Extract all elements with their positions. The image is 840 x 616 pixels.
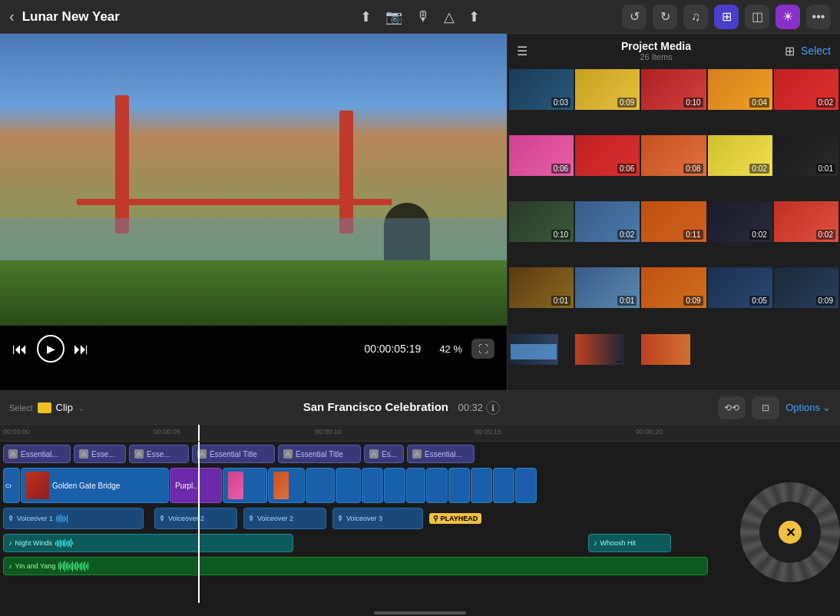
dial-close-button[interactable]: ✕ — [779, 521, 802, 544]
title-clip[interactable]: A Essential Title — [278, 445, 361, 463]
media-thumb[interactable]: 0:05 — [708, 267, 772, 308]
water-area — [0, 218, 507, 264]
undo-button[interactable]: ↺ — [622, 5, 647, 29]
media-select-button[interactable]: Select — [801, 45, 831, 57]
info-button[interactable]: ℹ — [486, 401, 500, 415]
title-clip[interactable]: A Esse... — [74, 445, 126, 463]
media-thumb[interactable]: 0:10 — [641, 69, 706, 110]
video-clip-golden-gate[interactable]: Golden Gate Bridge — [21, 468, 169, 503]
color-button[interactable]: ☀ — [776, 5, 800, 29]
video-clip[interactable] — [223, 468, 267, 503]
split-audio-button[interactable]: ⟲⟲ — [718, 396, 746, 419]
video-clip[interactable]: Purpl... — [170, 468, 222, 503]
voiceover-clip[interactable]: 🎙 Voiceover 2 — [154, 508, 237, 529]
video-clip[interactable] — [493, 468, 514, 503]
media-thumb[interactable]: 0:02 — [708, 135, 772, 176]
media-thumb[interactable]: 0:06 — [575, 135, 640, 176]
video-clip[interactable]: Cr — [3, 468, 20, 503]
pip-button[interactable]: ◫ — [745, 5, 769, 29]
media-thumb[interactable]: 0:09 — [774, 267, 838, 308]
mic-icon[interactable]: 🎙 — [416, 8, 430, 25]
project-title: Lunar New Year — [22, 9, 120, 25]
play-button[interactable]: ▶ — [37, 335, 64, 363]
media-header-center: Project Media 26 Items — [534, 40, 779, 61]
redo-button[interactable]: ↻ — [653, 5, 677, 29]
media-thumb[interactable]: 0:06 — [509, 135, 574, 176]
camera-icon[interactable]: 📷 — [385, 8, 402, 25]
thumb-duration: 0:09 — [816, 296, 835, 306]
title-icon: A — [369, 449, 379, 459]
media-thumb[interactable]: 0:02 — [708, 201, 772, 242]
video-clip[interactable] — [406, 468, 425, 503]
video-clip[interactable] — [515, 468, 537, 503]
media-thumb[interactable]: 0:03 — [509, 69, 574, 110]
video-clip[interactable] — [306, 468, 335, 503]
clip-thumbnail — [228, 472, 243, 499]
audio-button[interactable]: ♫ — [683, 5, 708, 29]
media-thumb[interactable]: 0:01 — [575, 267, 640, 308]
video-clip[interactable] — [426, 468, 448, 503]
rewind-button[interactable]: ⏮ — [12, 340, 28, 358]
media-thumb[interactable]: 0:01 — [509, 267, 574, 308]
grid-view-button[interactable]: ⊞ — [785, 44, 795, 58]
media-thumb[interactable]: 0:11 — [641, 201, 706, 242]
voiceover-clip[interactable]: 🎙 Voiceover 1 — [3, 508, 144, 529]
video-clip[interactable] — [471, 468, 492, 503]
more-button[interactable]: ••• — [806, 5, 831, 29]
thumb-duration: 0:11 — [683, 230, 703, 240]
bg-audio-clip[interactable]: ♪ Whoosh Hit — [588, 534, 671, 552]
bg-audio-clip[interactable]: ♪ Night Winds — [3, 534, 293, 552]
voiceover-row: 🎙 Voiceover 1 🎙 Voiceover 2 — [0, 506, 840, 531]
media-thumb[interactable]: 0:09 — [575, 69, 640, 110]
video-clip[interactable] — [384, 468, 405, 503]
voiceover-clip[interactable]: 🎙 Voiceover 3 — [332, 508, 423, 529]
title-clip[interactable]: A Es... — [364, 445, 404, 463]
media-thumb[interactable]: 0:02 — [774, 201, 838, 242]
detach-audio-button[interactable]: ⊡ — [752, 396, 779, 419]
video-clip[interactable] — [336, 468, 361, 503]
media-thumb[interactable]: 0:09 — [641, 267, 706, 308]
filter-button[interactable]: ☰ — [517, 44, 527, 58]
share-icon[interactable]: ⬆ — [468, 8, 480, 25]
media-thumb[interactable] — [509, 334, 558, 365]
thumb-duration: 0:10 — [551, 230, 570, 240]
fullscreen-button[interactable]: ⛶ — [471, 339, 494, 359]
video-frame — [0, 34, 507, 326]
media-thumb[interactable]: 0:02 — [575, 201, 640, 242]
export-icon[interactable]: ⬆ — [360, 8, 372, 25]
video-clip[interactable] — [362, 468, 383, 503]
clip-thumbnail — [26, 472, 49, 499]
title-clip[interactable]: A Esse... — [129, 445, 189, 463]
forward-button[interactable]: ⏭ — [74, 340, 89, 358]
media-thumb[interactable] — [641, 334, 690, 365]
video-clip[interactable] — [268, 468, 305, 503]
media-thumb[interactable]: 0:02 — [774, 69, 838, 110]
options-button[interactable]: Options ⌄ — [785, 402, 831, 413]
select-label: Select — [9, 403, 33, 412]
voiceover-icon[interactable]: △ — [444, 8, 455, 25]
media-thumb[interactable]: 0:04 — [708, 69, 772, 110]
title-clip[interactable]: A Essential... — [3, 445, 71, 463]
music-clip[interactable]: ♪ Yin and Yang — [3, 557, 708, 575]
photo-button[interactable]: ⊞ — [714, 5, 739, 29]
thumb-duration: 0:09 — [683, 296, 703, 306]
dial-outer[interactable]: ✕ — [740, 482, 840, 582]
clip-title: San Francisco Celebration — [303, 400, 448, 413]
title-clip-label: Es... — [382, 450, 397, 459]
title-icon: A — [8, 449, 18, 459]
dial-wheel[interactable]: ✕ — [740, 482, 840, 582]
video-clip[interactable] — [448, 468, 470, 503]
media-thumb[interactable]: 0:10 — [509, 201, 574, 242]
music-clip-label: Yin and Yang — [15, 562, 56, 570]
title-clip[interactable]: A Essential... — [407, 445, 475, 463]
media-thumb[interactable]: 0:08 — [641, 135, 706, 176]
media-thumb[interactable] — [575, 334, 624, 365]
back-button[interactable]: ‹ — [9, 8, 15, 25]
title-icon: A — [134, 449, 144, 459]
mic-icon: 🎙 — [337, 515, 344, 522]
title-clip[interactable]: A Essential Title — [192, 445, 275, 463]
media-thumb[interactable]: 0:01 — [774, 135, 838, 176]
voiceover-clip[interactable]: 🎙 Voiceover 2 — [243, 508, 326, 529]
timeline-tracks[interactable]: A Essential... A Esse... A Esse... A Ess… — [0, 442, 840, 603]
top-bar: ‹ Lunar New Year ⬆ 📷 🎙 △ ⬆ ↺ ↻ ♫ ⊞ ◫ ☀ •… — [0, 0, 840, 34]
